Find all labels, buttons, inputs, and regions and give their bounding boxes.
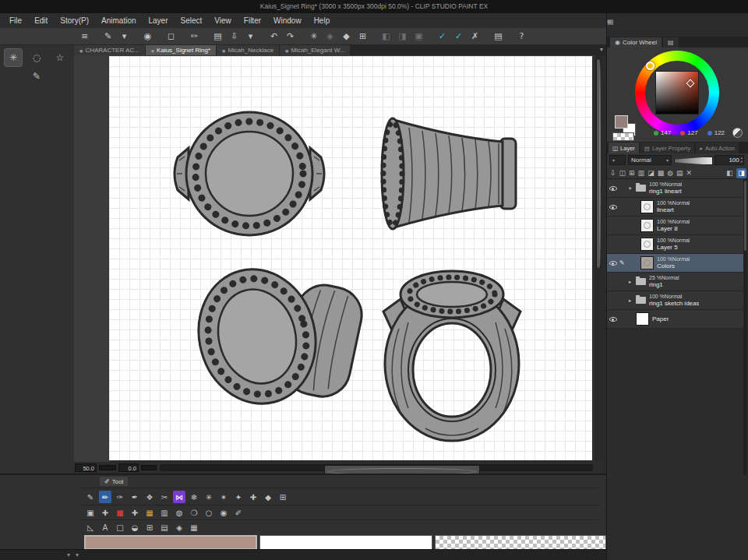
delete-layer-icon[interactable]: ✕ [686, 169, 693, 177]
balloon-tool-icon[interactable]: ◒ [129, 521, 141, 534]
canvas-viewport[interactable]: .f{fill:#979797;stroke:#2b2b2b;stroke-wi… [74, 55, 602, 462]
add-stamp-icon[interactable]: ✚ [99, 506, 111, 519]
menu-item[interactable]: Select [175, 16, 209, 25]
color-set-toggle-icon[interactable] [732, 128, 743, 138]
snap-ruler-icon[interactable]: ✓ [436, 30, 449, 43]
blend-icon[interactable]: ◍ [173, 506, 185, 519]
export-dropdown-icon[interactable]: ▾ [244, 30, 257, 43]
loupe-ring-icon[interactable]: ◉ [141, 30, 154, 43]
zoom-tool-icon[interactable]: ◉ [217, 506, 230, 519]
visibility-eye-icon[interactable] [609, 184, 618, 193]
lock-layer-icon[interactable]: ◪ [647, 169, 654, 177]
text-tool-icon[interactable]: A [99, 521, 111, 534]
scale-tool-icon[interactable]: ▤ [158, 521, 171, 534]
menu-item[interactable]: Story(P) [54, 16, 95, 25]
layer-thumbnail[interactable] [636, 312, 649, 326]
ruler-tool-icon[interactable]: ◺ [84, 521, 97, 534]
main-color-chip[interactable] [615, 115, 628, 129]
layer-name[interactable]: ring1 [649, 281, 679, 289]
tab-color-sliders[interactable]: ▤ [663, 37, 679, 48]
visibility-eye-icon[interactable] [609, 296, 618, 305]
blend-mode-dropdown[interactable]: Normal ▾ [628, 155, 672, 165]
document-tab[interactable]: ● Micah_Elegant W... [280, 45, 350, 55]
hatch-icon[interactable]: ▥ [158, 506, 171, 519]
rotation-minibar[interactable] [141, 465, 157, 470]
tab-overflow-icon[interactable]: ▾ [600, 46, 603, 53]
material-tool-icon[interactable]: ◈ [173, 521, 185, 534]
spin-down-icon[interactable]: ▾ [741, 160, 743, 164]
sub-color-swatch[interactable] [259, 535, 432, 550]
menu-item[interactable]: View [208, 16, 238, 25]
layer-name[interactable]: Layer 5 [657, 244, 690, 252]
sparkle-brush-icon[interactable]: ✳ [203, 491, 215, 503]
gem-brush-icon[interactable]: ◆ [262, 491, 274, 503]
layer-thumbnail[interactable] [640, 219, 654, 232]
collapse-down-icon[interactable]: ▾ [76, 550, 79, 560]
visibility-eye-icon[interactable] [609, 221, 618, 231]
transfer-down-icon[interactable]: ⇩ [610, 169, 616, 177]
clear-icon[interactable]: ✳ [307, 30, 320, 43]
marker-icon[interactable]: ✒ [129, 491, 141, 503]
help-icon[interactable]: ? [515, 30, 528, 43]
droplet-icon[interactable]: ❍ [188, 506, 200, 519]
visibility-eye-icon[interactable] [609, 259, 618, 268]
palette-color-dropdown[interactable]: ▾ [609, 155, 626, 165]
tool-palette-tab[interactable]: ✐ Tool [100, 477, 128, 486]
pen-dropdown-icon[interactable]: ▾ [118, 30, 131, 43]
layer-row[interactable]: ✎ 100 %Normal Layer 5 [607, 235, 744, 254]
scrollbar-thumb[interactable] [596, 58, 601, 269]
layer-row[interactable]: ✎ ▸ 25 %Normal ring1 [607, 273, 744, 291]
layer-row[interactable]: ✎ ▸ 100 %Normal ring1 sketch ideas [607, 291, 744, 310]
hue-marker[interactable] [646, 62, 654, 70]
lock-alpha-icon[interactable]: ▩ [658, 169, 665, 177]
transparent-color-swatch[interactable] [435, 535, 606, 550]
pencil-icon[interactable]: ✏ [99, 491, 111, 503]
canvas-horizontal-scrollbar[interactable] [160, 464, 593, 471]
layer-row[interactable]: ✎ 100 %Normal Colors [607, 254, 744, 273]
operation-tool-icon[interactable]: ✳ [5, 49, 22, 66]
opacity-slider[interactable] [674, 157, 713, 165]
layer-panel-tab[interactable]: ▸ Auto Action [696, 143, 739, 153]
dual-pane-icon[interactable]: ◨ [396, 30, 409, 43]
ruler-icon[interactable]: ▤ [676, 169, 683, 177]
snowflake-brush-icon[interactable]: ❄ [188, 491, 200, 503]
layer-mask-icon[interactable]: ◍ [667, 169, 673, 177]
scissors-icon[interactable]: ✂ [158, 491, 171, 503]
airbrush-icon[interactable]: ❖ [143, 491, 156, 503]
export-icon[interactable]: ⇩ [228, 30, 241, 43]
menu-item[interactable]: Edit [28, 16, 54, 25]
canvas-vertical-scrollbar[interactable] [595, 55, 602, 462]
reference-layer-icon[interactable]: ▥ [638, 169, 645, 177]
saturation-value-square[interactable] [655, 71, 699, 114]
document-tab[interactable]: ● Kaius_Signet Ring* [146, 45, 216, 55]
main-color-swatch[interactable] [84, 535, 257, 550]
visibility-eye-icon[interactable] [609, 240, 618, 249]
pen-icon[interactable]: ✎ [84, 491, 97, 503]
ring-brush-icon[interactable]: ○ [203, 506, 215, 519]
menu-item[interactable]: Window [267, 16, 308, 25]
grid-pane-icon[interactable]: ▣ [412, 30, 425, 43]
chevron-down-icon[interactable]: ▾ [607, 18, 611, 26]
layer-name[interactable]: Paper [652, 315, 669, 323]
collapse-down-icon[interactable]: ▾ [67, 550, 70, 560]
scrollbar-thumb[interactable] [744, 181, 746, 251]
tab-color-wheel[interactable]: ◉ Color Wheel [610, 37, 662, 48]
single-pane-icon[interactable]: ◧ [379, 30, 393, 43]
redo-icon[interactable]: ↷ [284, 30, 297, 43]
expand-collapse-arrow[interactable]: ▸ [629, 279, 636, 285]
decoration-tool-icon[interactable]: ☆ [51, 49, 69, 66]
main-menu-icon[interactable]: ≡ [78, 30, 91, 43]
layer-thumbnail[interactable] [640, 256, 654, 269]
layer-row[interactable]: ✎ 100 %Normal lineart [607, 198, 744, 217]
layer-thumbnail[interactable] [640, 238, 654, 251]
layer-name[interactable]: Layer 8 [657, 225, 690, 233]
add-swatch-icon[interactable]: ✚ [129, 506, 141, 519]
menu-item[interactable]: Help [308, 16, 337, 25]
palette-dock-icon[interactable]: ◨ [736, 168, 746, 178]
layer-name[interactable]: lineart [657, 206, 690, 214]
fill-icon[interactable]: ◈ [323, 30, 337, 43]
layer-row[interactable]: ✎ 100 %Normal Layer 8 [607, 217, 744, 235]
crop-frame-icon[interactable]: ⊞ [356, 30, 369, 43]
open-canvas-icon[interactable]: ▤ [211, 30, 224, 43]
zoom-minibar[interactable] [99, 465, 116, 470]
